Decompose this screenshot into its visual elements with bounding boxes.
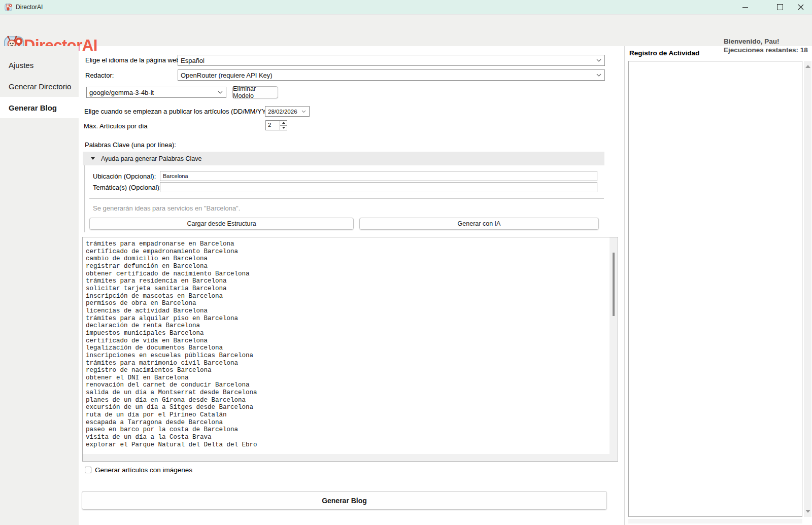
sidebar-item-generar-blog[interactable]: Generar Blog: [0, 97, 79, 118]
arrow-up-icon: [282, 122, 285, 124]
scroll-down-icon[interactable]: [805, 510, 810, 513]
spinner-down-button[interactable]: [280, 126, 287, 130]
language-label: Elige el idioma de la página web:: [85, 56, 182, 64]
divider: [89, 198, 604, 199]
generate-ai-button[interactable]: Generar con IA: [359, 218, 599, 230]
publish-date-select[interactable]: 28/02/2026: [265, 106, 310, 117]
topic-input[interactable]: [160, 182, 597, 192]
maximize-icon: [777, 4, 783, 10]
chevron-down-icon: [218, 91, 223, 94]
help-panel-border: [84, 165, 85, 232]
minimize-icon: [742, 7, 748, 8]
model-value: google/gemma-3-4b-it: [89, 89, 154, 96]
close-icon: [798, 4, 804, 10]
keywords-vertical-scrollbar[interactable]: [610, 237, 618, 454]
help-panel-title: Ayuda para generar Palabras Clave: [101, 155, 202, 162]
language-select[interactable]: Español: [178, 55, 605, 66]
minimize-button[interactable]: [734, 0, 756, 14]
model-select[interactable]: google/gemma-3-4b-it: [86, 87, 226, 98]
location-input[interactable]: [160, 171, 597, 181]
language-value: Español: [181, 57, 205, 64]
max-articles-label: Máx. Artículos por día: [84, 122, 148, 130]
writer-value: OpenRouter (requiere API Key): [181, 72, 273, 79]
spinner-up-button[interactable]: [280, 121, 287, 126]
generate-images-label: Generar artículos con imágenes: [95, 466, 192, 474]
executions-remaining: Ejecuciones restantes: 18: [724, 46, 808, 54]
help-panel-header[interactable]: Ayuda para generar Palabras Clave: [83, 152, 604, 165]
activity-log-title: Registro de Actividad: [629, 49, 699, 57]
sidebar-item-generar-directorio[interactable]: Generar Directorio: [0, 76, 79, 97]
images-option-row: Generar artículos con imágenes: [85, 466, 192, 474]
keywords-horizontal-scrollbar[interactable]: [83, 454, 618, 461]
arrow-down-icon: [282, 127, 285, 129]
scrollbar-thumb[interactable]: [613, 253, 615, 316]
generation-hint: Se generarán ideas para servicios en "Ba…: [93, 204, 240, 212]
keywords-label: Palabras Clave (una por línea):: [85, 141, 176, 149]
activity-horizontal-scrollbar[interactable]: [628, 519, 802, 523]
publish-date-label: Elige cuando se empiezan a publicar los …: [84, 108, 277, 115]
sidebar-nav: Ajustes Generar Directorio Generar Blog: [0, 46, 79, 525]
app-ant-icon: [5, 3, 13, 11]
window-title: DirectorAI: [16, 4, 43, 11]
panel-separator: [624, 46, 625, 525]
welcome-block: Bienvenido, Pau! Ejecuciones restantes: …: [724, 37, 808, 54]
delete-model-button[interactable]: Eliminar Modelo: [232, 86, 278, 98]
scroll-up-icon[interactable]: [805, 65, 810, 68]
welcome-text: Bienvenido, Pau!: [724, 37, 808, 46]
writer-label: Redactor:: [85, 72, 114, 79]
close-button[interactable]: [790, 0, 812, 14]
generate-images-checkbox[interactable]: [85, 467, 91, 473]
maximize-button[interactable]: [769, 0, 791, 14]
publish-date-value: 28/02/2026: [268, 109, 297, 115]
sidebar-item-ajustes[interactable]: Ajustes: [0, 54, 79, 76]
activity-scrollbar[interactable]: [804, 61, 811, 517]
max-articles-value: 2: [266, 121, 280, 130]
chevron-down-icon: [596, 74, 601, 77]
load-structure-button[interactable]: Cargar desde Estructura: [89, 218, 354, 230]
location-label: Ubicación (Opcional):: [93, 172, 156, 180]
chevron-down-icon: [301, 110, 306, 113]
collapse-arrow-icon: [91, 157, 95, 160]
spinner-buttons: [280, 121, 287, 130]
keywords-textarea[interactable]: trámites para empadronarse en Barcelona …: [83, 237, 601, 454]
activity-log-list[interactable]: [628, 61, 802, 517]
keywords-box: trámites para empadronarse en Barcelona …: [82, 237, 618, 462]
writer-select[interactable]: OpenRouter (requiere API Key): [178, 69, 605, 81]
chevron-down-icon: [596, 59, 601, 62]
app-header: DirectorAI Bienvenido, Pau! Ejecuciones …: [0, 15, 812, 46]
max-articles-spinner[interactable]: 2: [265, 120, 287, 130]
titlebar: DirectorAI: [0, 0, 812, 15]
topic-label: Temática(s) (Opcional):: [93, 184, 161, 191]
generate-blog-button[interactable]: Generar Blog: [82, 491, 607, 510]
